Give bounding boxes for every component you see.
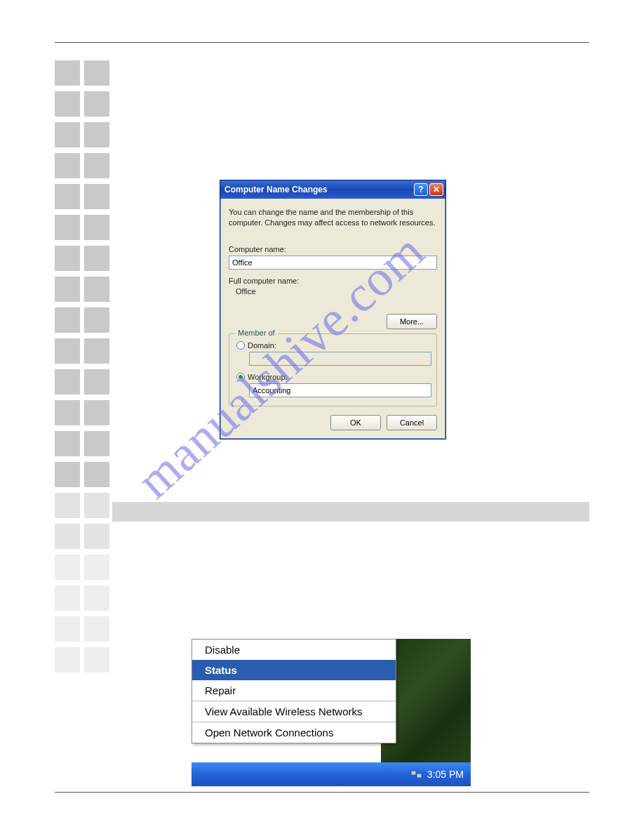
titlebar[interactable]: Computer Name Changes ? ✕ bbox=[220, 180, 445, 199]
close-icon: ✕ bbox=[433, 185, 440, 194]
network-context-menu: Disable Status Repair View Available Wir… bbox=[192, 639, 396, 743]
page-content bbox=[55, 42, 589, 57]
svg-rect-1 bbox=[417, 774, 422, 778]
computer-name-changes-dialog: Computer Name Changes ? ✕ You can change… bbox=[220, 180, 446, 439]
domain-radio[interactable] bbox=[236, 341, 245, 350]
workgroup-input[interactable] bbox=[249, 383, 431, 397]
help-button[interactable]: ? bbox=[414, 183, 428, 196]
member-of-legend: Member of bbox=[235, 329, 278, 337]
svg-rect-0 bbox=[411, 771, 416, 775]
member-of-group: Member of Domain: Workgroup: bbox=[229, 333, 437, 406]
dialog-body: You can change the name and the membersh… bbox=[220, 199, 445, 439]
network-context-area: Disable Status Repair View Available Wir… bbox=[192, 639, 471, 786]
close-button[interactable]: ✕ bbox=[429, 183, 443, 196]
workgroup-radio-row[interactable]: Workgroup: bbox=[236, 373, 429, 381]
taskbar: 3:05 PM bbox=[192, 762, 471, 786]
computer-name-label: Computer name: bbox=[229, 245, 437, 253]
sidebar-squares bbox=[55, 60, 112, 678]
dialog-title: Computer Name Changes bbox=[224, 185, 412, 194]
ctx-item-view-wireless[interactable]: View Available Wireless Networks bbox=[192, 701, 396, 722]
bottom-rule bbox=[55, 792, 589, 793]
dialog-intro: You can change the name and the membersh… bbox=[229, 207, 437, 228]
ctx-item-open-connections[interactable]: Open Network Connections bbox=[192, 722, 396, 743]
more-button[interactable]: More... bbox=[387, 314, 437, 329]
section-divider bbox=[112, 502, 589, 522]
ok-button[interactable]: OK bbox=[330, 415, 381, 430]
workgroup-radio[interactable] bbox=[236, 373, 245, 381]
network-tray-icon[interactable] bbox=[410, 768, 423, 781]
ctx-item-status[interactable]: Status bbox=[192, 660, 396, 680]
workgroup-label: Workgroup: bbox=[248, 373, 288, 381]
full-computer-name-value: Office bbox=[236, 287, 437, 296]
domain-input bbox=[249, 352, 431, 366]
top-rule bbox=[55, 42, 589, 43]
ctx-item-repair[interactable]: Repair bbox=[192, 680, 396, 701]
full-computer-name-label: Full computer name: bbox=[229, 277, 437, 285]
domain-label: Domain: bbox=[248, 341, 276, 350]
domain-radio-row[interactable]: Domain: bbox=[236, 341, 429, 350]
cancel-button[interactable]: Cancel bbox=[387, 415, 437, 430]
ctx-item-disable[interactable]: Disable bbox=[192, 640, 396, 660]
taskbar-clock: 3:05 PM bbox=[427, 769, 464, 780]
computer-name-input[interactable] bbox=[229, 256, 437, 270]
